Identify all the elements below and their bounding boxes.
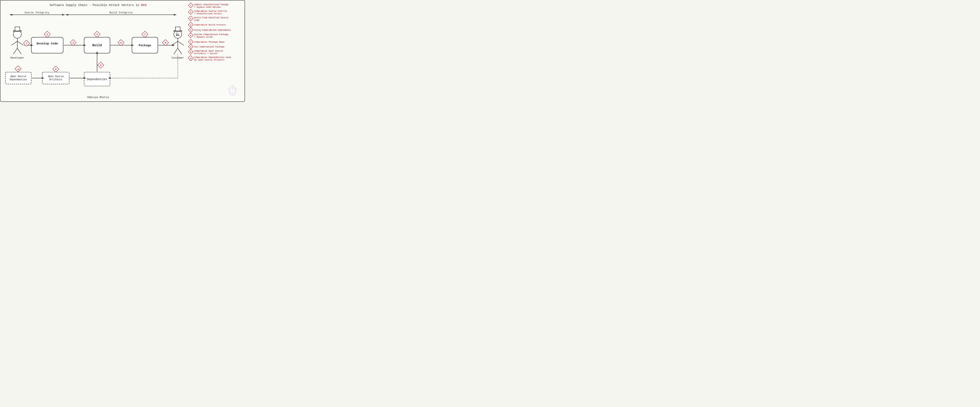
svg-text:2: 2 — [47, 33, 48, 36]
svg-text:9: 9 — [190, 51, 191, 53]
os-deps-label-line1: Open Source — [10, 75, 26, 78]
legend-4: Compromise Build Process — [194, 24, 226, 26]
svg-text:3: 3 — [73, 41, 74, 44]
build-integrity-label: Build Integrity — [109, 11, 132, 14]
legend-3: Build From Modified Source — [194, 16, 228, 19]
svg-line-13 — [18, 48, 21, 54]
svg-text:4: 4 — [97, 33, 98, 36]
legend-2b: / Unauthorized Access — [194, 13, 222, 15]
svg-text:7: 7 — [190, 41, 191, 43]
svg-text:10: 10 — [18, 68, 19, 70]
title-text: Software Supply Chain - Possible Attack … — [49, 3, 146, 7]
svg-text:3: 3 — [190, 18, 191, 20]
svg-rect-25 — [175, 27, 180, 31]
svg-text:6: 6 — [120, 41, 122, 44]
svg-marker-38 — [172, 45, 175, 46]
legend-5: Using Compromised Dependency — [194, 29, 231, 31]
svg-point-22 — [178, 35, 180, 36]
svg-text:1: 1 — [190, 5, 191, 7]
legend-1b: / Bypass Code Review — [194, 6, 220, 8]
svg-text:9: 9 — [55, 68, 57, 70]
svg-text:2: 2 — [190, 11, 191, 13]
diagram-container: Software Supply Chain - Possible Attack … — [0, 0, 245, 102]
svg-line-11 — [18, 41, 23, 45]
svg-rect-18 — [42, 72, 69, 84]
legend-3b: Code — [194, 19, 199, 22]
source-integrity-label: Source Integrity — [24, 11, 49, 14]
build-label: Build — [92, 44, 102, 47]
legend-9b: Artifacts / Server — [194, 52, 218, 55]
develop-code-label: Develop Code — [37, 42, 58, 45]
svg-text:7: 7 — [144, 33, 146, 36]
legend-2: Compromise Source Control — [194, 10, 227, 12]
legend-8: Use Compromised Package — [194, 46, 224, 48]
os-artifacts-label-line1: Open Source — [48, 75, 64, 78]
svg-line-28 — [178, 41, 184, 45]
svg-marker-5 — [174, 14, 177, 16]
legend-10b: By Open Source Projects — [194, 59, 224, 61]
developer-label: Developer — [10, 56, 24, 59]
svg-line-10 — [11, 41, 18, 45]
legend-9: Compromise Open Source — [194, 50, 223, 52]
svg-marker-2 — [62, 14, 65, 16]
svg-text:6: 6 — [190, 35, 191, 37]
legend-6: Upload Compromised Package — [194, 33, 228, 36]
svg-line-12 — [13, 48, 18, 54]
legend-10: Compromise Dependencies Used — [194, 56, 231, 59]
svg-line-29 — [174, 48, 178, 54]
svg-text:4: 4 — [190, 24, 191, 26]
svg-text:8: 8 — [165, 41, 166, 44]
svg-text:8: 8 — [190, 46, 191, 48]
legend-6b: / Bypass CI/CD — [194, 36, 213, 38]
svg-marker-4 — [65, 14, 68, 16]
svg-text:1: 1 — [26, 42, 27, 45]
svg-text:5: 5 — [190, 29, 191, 31]
svg-rect-17 — [5, 72, 31, 84]
svg-text:5: 5 — [100, 64, 102, 67]
svg-text:10: 10 — [190, 57, 192, 59]
os-deps-label-line2: Dependencies — [10, 78, 27, 81]
copyright-text: ©Amulya Bhatia — [87, 96, 109, 99]
legend-1: Submit Unauthorized Change — [194, 3, 228, 6]
dependencies-label: Dependencies — [87, 78, 107, 81]
svg-marker-1 — [10, 14, 12, 16]
package-label: Package — [138, 44, 151, 47]
legend-7: Compromise Package Repo — [194, 41, 224, 43]
svg-line-30 — [178, 48, 182, 54]
os-artifacts-label-line2: Artifacts — [49, 78, 62, 81]
svg-rect-8 — [15, 27, 20, 31]
